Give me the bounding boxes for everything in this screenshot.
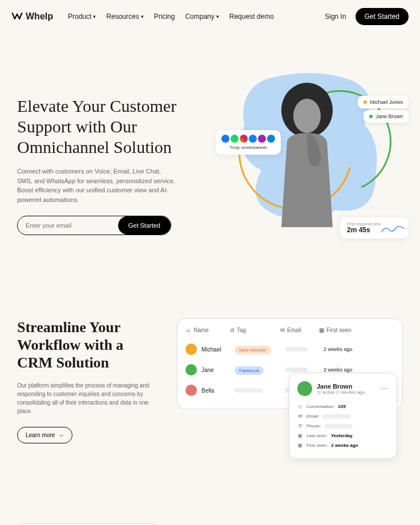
sparkline-icon <box>381 222 404 236</box>
brand-name: Whelp <box>26 11 53 22</box>
messenger-icon <box>249 135 257 143</box>
chevron-down-icon: ▾ <box>216 14 219 19</box>
profile-header: Jane Brown ◷Active 2 minutes ago ⋯ <box>297 381 389 396</box>
profile-lastseen: ▦Last seen: Yesterday <box>297 431 389 441</box>
calendar-icon: ▦ <box>297 433 303 438</box>
omni-badge: Truly omnichannel <box>216 130 281 155</box>
facebook-icon <box>221 135 229 143</box>
get-started-button[interactable]: Get Started <box>356 8 409 25</box>
profile-phone: ✆Phone: <box>297 421 389 431</box>
avatar <box>297 381 312 396</box>
hero-content: Elevate Your Customer Support with Our O… <box>17 62 204 244</box>
omni-label: Truly omnichannel <box>221 145 275 150</box>
hero-subtitle: Connect with customers on Voice, Email, … <box>17 167 177 204</box>
instagram-icon <box>240 135 248 143</box>
dot-icon <box>364 100 367 104</box>
inbox-title: Consolidate Your Customer Conversations … <box>183 523 403 525</box>
header-right: Sign In Get Started <box>325 8 409 25</box>
crm-section: Streamline Your Workflow with a CRM Solu… <box>0 244 420 443</box>
profile-status: ◷Active 2 minutes ago <box>317 390 365 395</box>
crm-subtitle: Our platform simplifies the process of m… <box>17 381 160 415</box>
nav-resources[interactable]: Resources▾ <box>106 13 143 21</box>
inbox-illustration: Jane Brown Assign ✓ ◷ ⋮ Can I send messa… <box>17 523 160 525</box>
logo[interactable]: Whelp <box>11 11 53 23</box>
whatsapp-icon <box>231 135 239 143</box>
row-name: Jane <box>201 367 230 373</box>
crm-content: Streamline Your Workflow with a CRM Solu… <box>17 318 160 443</box>
person-icon: ☺ <box>185 327 191 333</box>
svg-point-1 <box>293 99 321 133</box>
profile-conversation: ◇Conversation: #25 <box>297 402 389 411</box>
table-row[interactable]: Michael New member 2 weeks ago <box>185 339 394 360</box>
nav-pricing[interactable]: Pricing <box>154 13 175 21</box>
calendar-icon: ▦ <box>319 327 324 333</box>
email-input[interactable] <box>18 216 118 235</box>
response-card: First response time 2m 45s <box>340 217 409 239</box>
profile-card: Jane Brown ◷Active 2 minutes ago ⋯ ◇Conv… <box>289 373 397 459</box>
profile-name: Jane Brown <box>317 383 365 390</box>
email-form: Get Started <box>17 216 171 235</box>
profile-email: ✉Email: <box>297 411 389 421</box>
row-email <box>285 346 319 353</box>
hero: Elevate Your Customer Support with Our O… <box>0 33 420 244</box>
row-email <box>285 367 319 373</box>
email-submit-button[interactable]: Get Started <box>118 216 171 235</box>
badge-person2: Jane Brown <box>364 110 409 123</box>
arrow-right-icon: → <box>58 432 64 438</box>
avatar <box>185 364 197 375</box>
hero-title: Elevate Your Customer Support with Our O… <box>17 96 204 158</box>
crm-title: Streamline Your Workflow with a CRM Solu… <box>17 318 160 372</box>
badge-person1: Michael Jones <box>358 96 409 108</box>
dot-icon <box>369 115 373 118</box>
chat-card: Jane Brown Assign ✓ ◷ ⋮ Can I send messa… <box>17 523 160 525</box>
clock-icon: ◷ <box>317 390 321 395</box>
avatar <box>185 385 197 396</box>
row-name: Bella <box>201 387 230 394</box>
chat-icon: ◇ <box>297 404 303 409</box>
header: Whelp Product▾ Resources▾ Pricing Compan… <box>0 0 420 33</box>
avatar <box>185 344 197 355</box>
crm-illustration: ☺Name ⊘Tag ✉Email ▦First seen Michael Ne… <box>177 318 403 443</box>
logo-icon <box>11 11 23 23</box>
row-name: Michael <box>201 346 230 353</box>
mail-icon: ✉ <box>280 327 285 333</box>
tag-icon: ⊘ <box>230 327 235 333</box>
row-tag: New member <box>235 346 280 353</box>
signin-link[interactable]: Sign In <box>325 13 346 21</box>
inbox-content: Consolidate Your Customer Conversations … <box>183 523 403 525</box>
chevron-down-icon: ▾ <box>141 14 144 19</box>
profile-firstseen: ▦First seen: 2 weeks ago <box>297 441 389 450</box>
crm-table-header: ☺Name ⊘Tag ✉Email ▦First seen <box>185 327 394 339</box>
row-seen: 2 weeks ago <box>324 367 364 373</box>
phone-icon: ✆ <box>297 423 303 429</box>
viber-icon <box>258 135 266 143</box>
row-tag: Facebook <box>235 367 280 373</box>
row-seen: 2 weeks ago <box>324 346 364 352</box>
row-tag <box>235 387 280 394</box>
learn-more-button[interactable]: Learn more → <box>17 427 72 443</box>
more-button[interactable]: ⋯ <box>380 384 389 393</box>
nav-product[interactable]: Product▾ <box>68 13 96 21</box>
nav-demo[interactable]: Request demo <box>229 13 274 21</box>
mail-icon: ✉ <box>297 414 303 419</box>
chevron-down-icon: ▾ <box>93 14 96 19</box>
nav: Product▾ Resources▾ Pricing Company▾ Req… <box>68 13 274 21</box>
calendar-icon: ▦ <box>297 443 303 448</box>
channel-icons <box>221 135 275 143</box>
nav-company[interactable]: Company▾ <box>185 13 219 21</box>
hero-illustration: Michael Jones Jane Brown Truly omnichann… <box>216 62 403 244</box>
telegram-icon <box>267 135 275 143</box>
